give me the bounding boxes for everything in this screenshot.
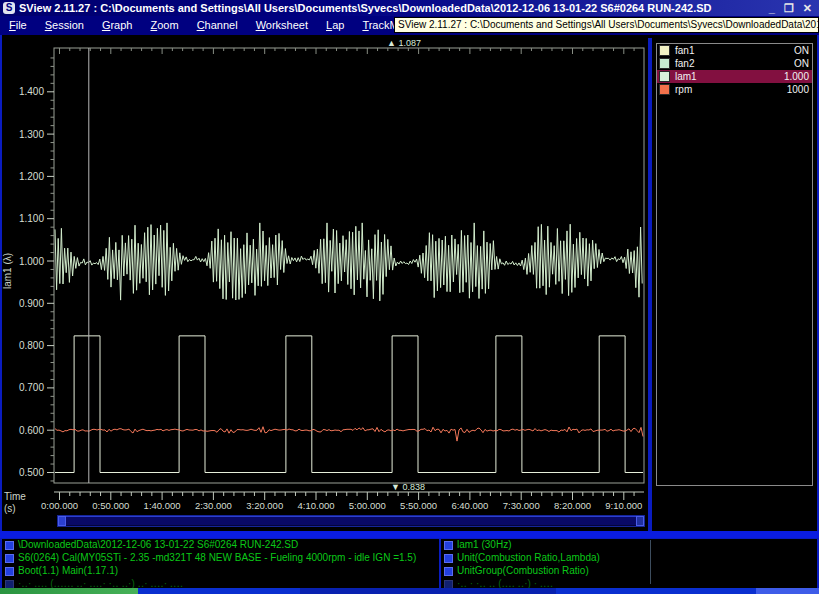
y-axis-label: lam1 (λ) bbox=[2, 253, 13, 289]
time-tick-label: 8:20.000 bbox=[554, 500, 591, 511]
log-bullet-icon bbox=[444, 554, 453, 563]
start-button-sliver[interactable] bbox=[0, 588, 138, 594]
menu-item-lap[interactable]: Lap bbox=[317, 17, 353, 34]
log-bullet-icon bbox=[5, 567, 14, 576]
status-line: ·‥ · ·‥ ‥ (‥‥ ‥·) · ‥‥ bbox=[441, 578, 817, 588]
channel-row-fan2[interactable]: fan2ON bbox=[657, 57, 812, 70]
channel-panel: fan1ONfan2ONlam11.000rpm1000 bbox=[652, 38, 817, 531]
separator-band bbox=[0, 531, 819, 538]
minimize-button[interactable]: _ bbox=[769, 1, 775, 15]
time-axis-label: Time bbox=[4, 491, 26, 502]
time-tick-label: 5:50.000 bbox=[400, 500, 437, 511]
time-tick-label: 5:00.000 bbox=[349, 500, 386, 511]
channel-name: fan2 bbox=[675, 58, 794, 69]
scrollbar-thumb[interactable] bbox=[66, 516, 636, 526]
y-tick-label: 1.200 bbox=[19, 171, 44, 182]
status-text: lam1 (30Hz) bbox=[457, 539, 511, 550]
channel-row-rpm[interactable]: rpm1000 bbox=[657, 83, 812, 96]
y-tick-label: 0.900 bbox=[19, 298, 44, 309]
log-bullet-icon bbox=[444, 580, 453, 588]
y-tick-label: 1.400 bbox=[19, 86, 44, 97]
channel-list: fan1ONfan2ONlam11.000rpm1000 bbox=[656, 43, 813, 486]
menu-item-worksheet[interactable]: Worksheet bbox=[247, 17, 317, 34]
status-line: ·‥· ‥‥ (‥‥‥ ‥· ‥‥· ·‥ ‥·) ‥· ‥‥· ‥‥ bbox=[2, 578, 439, 588]
channel-name: lam1 bbox=[675, 71, 784, 82]
status-line: UnitGroup(Combustion Ratio) bbox=[441, 565, 817, 578]
channel-color-swatch bbox=[659, 45, 670, 56]
status-line: Boot(1.1) Main(1.17.1) bbox=[2, 565, 439, 578]
channel-value: 1000 bbox=[787, 84, 809, 95]
menu-item-file[interactable]: File bbox=[0, 17, 36, 34]
log-bullet-icon bbox=[5, 541, 14, 550]
channel-color-swatch bbox=[659, 84, 670, 95]
y-tick-label: 1.300 bbox=[19, 129, 44, 140]
status-text: UnitGroup(Combustion Ratio) bbox=[457, 565, 589, 576]
scrollbar-right-handle[interactable] bbox=[636, 516, 644, 526]
chart-area: 1.4001.3001.2001.1001.0000.9000.8000.700… bbox=[2, 38, 647, 534]
time-tick-label: 4:10.000 bbox=[298, 500, 335, 511]
channel-color-swatch bbox=[659, 58, 670, 69]
title-bar: S SView 2.11.27 : C:\Documents and Setti… bbox=[0, 0, 819, 16]
time-tick-label: 9:10.000 bbox=[605, 500, 642, 511]
taskbar-button-sliver[interactable] bbox=[300, 588, 556, 594]
status-text: ·‥ · ·‥ ‥ (‥‥ ‥·) · ‥‥ bbox=[457, 578, 553, 588]
horizontal-scrollbar[interactable] bbox=[57, 515, 645, 527]
status-line: lam1 (30Hz) bbox=[441, 539, 817, 552]
y-tick-label: 0.800 bbox=[19, 340, 44, 351]
scrollbar-left-handle[interactable] bbox=[58, 516, 66, 526]
status-text: Unit(Combustion Ratio,Lambda) bbox=[457, 552, 600, 563]
log-bullet-icon bbox=[5, 554, 14, 563]
window-title: SView 2.11.27 : C:\Documents and Setting… bbox=[19, 2, 761, 14]
time-tick-label: 0:00.000 bbox=[41, 500, 78, 511]
max-value-marker: ▲ 1.087 bbox=[387, 38, 421, 48]
rpm-trace bbox=[55, 427, 643, 441]
status-text: \DownloadedData\2012-12-06 13-01-22 S6#0… bbox=[18, 539, 298, 550]
menu-item-session[interactable]: Session bbox=[36, 17, 93, 34]
channel-row-lam1[interactable]: lam11.000 bbox=[657, 70, 812, 83]
min-value-marker: ▼ 0.838 bbox=[391, 482, 425, 492]
system-tray-sliver bbox=[756, 588, 819, 594]
app-icon: S bbox=[3, 2, 15, 14]
time-tick-label: 6:40.000 bbox=[451, 500, 488, 511]
sview-window: S SView 2.11.27 : C:\Documents and Setti… bbox=[0, 0, 819, 594]
restore-button[interactable]: ❐ bbox=[784, 1, 794, 15]
y-tick-label: 0.600 bbox=[19, 425, 44, 436]
close-button[interactable]: ✕ bbox=[803, 1, 812, 15]
status-text: ·‥· ‥‥ (‥‥‥ ‥· ‥‥· ·‥ ‥·) ‥· ‥‥· ‥‥ bbox=[18, 578, 183, 588]
status-line: \DownloadedData\2012-12-06 13-01-22 S6#0… bbox=[2, 539, 439, 552]
y-tick-label: 1.000 bbox=[19, 256, 44, 267]
status-line: S6(0264) Cal(MY05STi - 2.35 -md321T 48 N… bbox=[2, 552, 439, 565]
lam1-trace bbox=[55, 223, 642, 301]
window-controls: _ ❐ ✕ bbox=[769, 1, 812, 15]
time-tick-label: 0:50.000 bbox=[92, 500, 129, 511]
channel-row-fan1[interactable]: fan1ON bbox=[657, 44, 812, 57]
menu-item-zoom[interactable]: Zoom bbox=[141, 17, 187, 34]
menu-item-channel[interactable]: Channel bbox=[188, 17, 247, 34]
fan-state-trace bbox=[55, 336, 643, 473]
status-text: Boot(1.1) Main(1.17.1) bbox=[18, 565, 118, 576]
time-axis-unit: (s) bbox=[4, 503, 16, 514]
time-tick-label: 7:30.000 bbox=[503, 500, 540, 511]
time-tick-label: 3:20.000 bbox=[246, 500, 283, 511]
path-tooltip: SView 2.11.27 : C:\Documents and Setting… bbox=[394, 17, 819, 33]
chart-panel: 1.4001.3001.2001.1001.0000.9000.8000.700… bbox=[2, 38, 647, 530]
channel-value: ON bbox=[794, 58, 809, 69]
channel-color-swatch bbox=[659, 71, 670, 82]
channel-name: fan1 bbox=[675, 45, 794, 56]
log-bullet-icon bbox=[444, 541, 453, 550]
log-bullet-icon bbox=[444, 567, 453, 576]
window-left-border bbox=[0, 35, 2, 588]
taskbar-strip bbox=[0, 588, 819, 594]
y-tick-label: 0.700 bbox=[19, 382, 44, 393]
y-tick-label: 1.100 bbox=[19, 213, 44, 224]
chart-plot[interactable]: 1.4001.3001.2001.1001.0000.9000.8000.700… bbox=[2, 38, 647, 530]
menu-item-graph[interactable]: Graph bbox=[93, 17, 142, 34]
time-tick-label: 1:40.000 bbox=[144, 500, 181, 511]
status-right-panel: lam1 (30Hz)Unit(Combustion Ratio,Lambda)… bbox=[441, 538, 817, 588]
log-bullet-icon bbox=[5, 580, 14, 588]
y-tick-label: 0.500 bbox=[19, 467, 44, 478]
channel-value: ON bbox=[794, 45, 809, 56]
channel-value: 1.000 bbox=[784, 71, 809, 82]
time-tick-label: 2:30.000 bbox=[195, 500, 232, 511]
status-line: Unit(Combustion Ratio,Lambda) bbox=[441, 552, 817, 565]
